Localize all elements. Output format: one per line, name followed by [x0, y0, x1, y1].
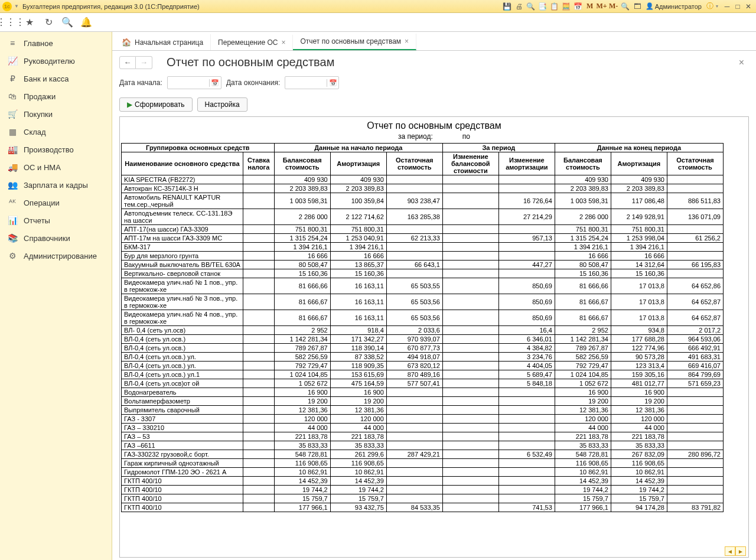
table-row[interactable]: Водонагреватель16 90016 90016 90016 900: [122, 388, 724, 397]
info-icon[interactable]: ⓘ: [705, 2, 715, 11]
sidebar-item[interactable]: 📚Справочники: [0, 229, 112, 247]
preview-icon[interactable]: 🔍: [526, 2, 536, 11]
calc-icon[interactable]: 🧮: [561, 2, 572, 11]
pager-next-button[interactable]: ►: [735, 546, 746, 556]
m-plus-button[interactable]: M+: [597, 2, 607, 11]
table-row[interactable]: ГКТП 400/1015 759,715 759,715 759,715 75…: [122, 494, 724, 503]
table-row[interactable]: ВЛ-0,4 (сеть ул.осв.)789 267,87118 390,1…: [122, 344, 724, 353]
sidebar-item[interactable]: ▦Склад: [0, 123, 112, 141]
table-row[interactable]: ГКТП 400/1019 744,219 744,219 744,219 74…: [122, 486, 724, 494]
windows-icon[interactable]: 🗔: [632, 2, 643, 11]
table-row[interactable]: Выпрямитель сварочный12 381,3612 381,361…: [122, 406, 724, 415]
sidebar-item[interactable]: ⚙Администрирование: [0, 247, 112, 265]
table-row[interactable]: Видеокамера улич.наб № 1 пов., упр. в ге…: [122, 278, 724, 294]
table-row[interactable]: Автомобиль RENAULT KAPTUR тем.сер.,черны…: [122, 193, 724, 209]
page-close-button[interactable]: ×: [734, 57, 749, 68]
zoom-icon[interactable]: 🔍: [620, 2, 631, 11]
sidebar-item[interactable]: ᴬᴷОперации: [0, 194, 112, 211]
table-row[interactable]: Автоподъемник телеск. СС-131.18Э на шасс…: [122, 209, 724, 225]
tab[interactable]: 🏠Начальная страница: [115, 34, 211, 50]
table-row[interactable]: ВЛ-0,4 (сеть ул.осв)от ой1 052 672475 16…: [122, 379, 724, 388]
m-button[interactable]: M: [585, 2, 595, 11]
report-table: Группировка основных средств Данные на н…: [121, 143, 724, 512]
table-row[interactable]: АПТ-17(на шасси) ГАЗ-3309751 800,31751 8…: [122, 225, 724, 234]
page-title: Отчет по основным средствам: [167, 56, 334, 69]
table-row[interactable]: Видеокамера улич.наб № 3 пов., упр. в ге…: [122, 294, 724, 310]
date-start-input[interactable]: 📅: [167, 76, 221, 89]
table-row[interactable]: Вертикально- сверловой станок15 160,3615…: [122, 269, 724, 278]
table-row[interactable]: ГАЗ – 53221 183,78221 183,78221 183,7822…: [122, 432, 724, 441]
table-row[interactable]: ВЛ-0,4 (сеть ул.осв.) ул.11 024 104,8515…: [122, 370, 724, 379]
print-icon[interactable]: 🖨: [514, 2, 524, 11]
generate-button[interactable]: ▶Сформировать: [119, 97, 193, 112]
nav-forward-button[interactable]: →: [136, 56, 152, 69]
tab[interactable]: Отчет по основным средствам×: [293, 34, 416, 50]
save-icon[interactable]: 💾: [502, 2, 513, 11]
history-icon[interactable]: ↻: [41, 15, 56, 30]
report-area[interactable]: Отчет по основным средствам за период: п…: [119, 116, 749, 558]
table-row[interactable]: ГАЗ-330232 грузовой,с борт.548 728,81261…: [122, 450, 724, 459]
table-row[interactable]: БКМ-3171 394 216,11 394 216,11 394 216,1…: [122, 243, 724, 252]
table-row[interactable]: Бур для мерзлого грунта16 66616 66616 66…: [122, 252, 724, 261]
table-row[interactable]: ГКТП 400/1014 452,3914 452,3914 452,3914…: [122, 477, 724, 486]
table-row[interactable]: ГАЗ – 33021044 00044 00044 00044 000: [122, 424, 724, 432]
sidebar-item[interactable]: 🛒Покупки: [0, 105, 112, 123]
report-period: за период: по: [120, 132, 748, 143]
table-row[interactable]: KIA SPECTRA (FB2272)409 930409 930409 93…: [122, 175, 724, 184]
table-row[interactable]: ВЛ-0,4 (сеть ул.осв.) ул.582 256,5987 33…: [122, 353, 724, 362]
favorites-icon[interactable]: ★: [22, 15, 37, 30]
sidebar-label: Склад: [24, 128, 46, 136]
table-row[interactable]: ГАЗ –661135 833,3335 833,3335 833,3335 8…: [122, 441, 724, 450]
table-row[interactable]: Вакуумный выключатель BB/TEL 630А80 508,…: [122, 261, 724, 269]
maximize-button[interactable]: □: [732, 2, 743, 11]
close-button[interactable]: ✕: [743, 2, 754, 11]
calendar-icon[interactable]: 📅: [573, 2, 584, 11]
calendar-icon[interactable]: 📅: [209, 79, 221, 87]
m-minus-button[interactable]: M-: [608, 2, 619, 11]
table-row[interactable]: Гидромолот ГПМ-120 ЭО - 2621 А10 862,911…: [122, 468, 724, 477]
table-row[interactable]: ГКТП 400/10177 966,193 432,7584 533,3574…: [122, 503, 724, 512]
table-row[interactable]: Гараж кирпичный одноэтажный116 908,65116…: [122, 459, 724, 468]
sidebar-item[interactable]: 🚚ОС и НМА: [0, 158, 112, 176]
app-title: Бухгалтерия предприятия, редакция 3.0 (1…: [22, 3, 200, 10]
table-row[interactable]: Вольтамперфазометр19 20019 20019 20019 2…: [122, 397, 724, 406]
current-user[interactable]: Администратор: [646, 2, 702, 10]
tab-close-icon[interactable]: ×: [405, 37, 409, 45]
sidebar-icon: ᴬᴷ: [7, 198, 18, 207]
minimize-button[interactable]: ─: [722, 2, 732, 11]
sidebar: ≡Главное📈Руководителю₽Банк и касса🛍Прода…: [0, 32, 112, 560]
sidebar-label: Главное: [24, 39, 53, 48]
col-bal-s: Балансовая стоимость: [274, 152, 330, 175]
compare-icon[interactable]: 📑: [537, 2, 548, 11]
clipboard-icon[interactable]: 📋: [549, 2, 560, 11]
nav-back-button[interactable]: ←: [119, 56, 136, 69]
date-end-label: Дата окончания:: [226, 79, 280, 87]
date-start-label: Дата начала:: [119, 79, 162, 87]
pager-prev-button[interactable]: ◄: [725, 546, 735, 556]
tab[interactable]: Перемещение ОС×: [211, 35, 293, 50]
sidebar-item[interactable]: ₽Банк и касса: [0, 70, 112, 87]
table-row[interactable]: ВЛ- 0,4 (сеть ул.осв)2 952918,42 033,616…: [122, 326, 724, 335]
sidebar-item[interactable]: 🛍Продажи: [0, 87, 112, 105]
notifications-icon[interactable]: 🔔: [79, 15, 93, 30]
calendar-icon[interactable]: 📅: [327, 79, 338, 87]
settings-button[interactable]: Настройка: [197, 97, 247, 112]
sidebar-item[interactable]: 📈Руководителю: [0, 52, 112, 70]
info-dropdown-icon[interactable]: ▾: [716, 4, 718, 9]
date-end-input[interactable]: 📅: [285, 76, 339, 89]
apps-icon[interactable]: ⋮⋮⋮: [4, 15, 18, 30]
table-row[interactable]: ВЛ-0,4 (сеть ул.осв.)1 142 281,34171 342…: [122, 335, 724, 344]
search-icon[interactable]: 🔍: [60, 15, 74, 30]
table-row[interactable]: Автокран КС-35714К-3 Н2 203 389,832 203 …: [122, 184, 724, 193]
app-menu-dropdown-icon[interactable]: ▼: [14, 4, 19, 9]
sidebar-item[interactable]: ≡Главное: [0, 34, 112, 52]
table-row[interactable]: АПТ-17м на шасси ГАЗ-3309 МС1 315 254,24…: [122, 234, 724, 243]
table-row[interactable]: ВЛ-0,4 (сеть ул.осв.) ул.792 729,47118 9…: [122, 362, 724, 370]
sidebar-item[interactable]: 👥Зарплата и кадры: [0, 176, 112, 194]
tab-close-icon[interactable]: ×: [281, 38, 285, 47]
table-row[interactable]: Видеокамера улич.наб № 4 пов., упр. в ге…: [122, 310, 724, 326]
sidebar-item[interactable]: 📊Отчеты: [0, 211, 112, 229]
sidebar-icon: ₽: [7, 74, 18, 83]
sidebar-item[interactable]: 🏭Производство: [0, 141, 112, 158]
table-row[interactable]: ГАЗ - 3307120 000120 000120 000120 000: [122, 415, 724, 424]
